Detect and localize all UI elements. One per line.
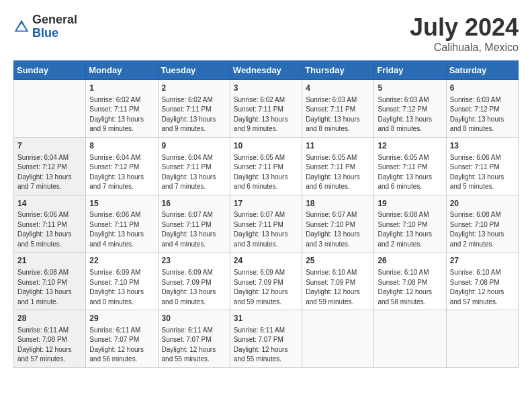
calendar-cell: 6Sunrise: 6:03 AM Sunset: 7:12 PM Daylig… xyxy=(446,80,518,138)
day-number: 28 xyxy=(17,313,82,324)
header-day-thursday: Thursday xyxy=(302,61,374,80)
calendar-cell: 15Sunrise: 6:06 AM Sunset: 7:11 PM Dayli… xyxy=(86,195,158,253)
day-number: 8 xyxy=(89,140,154,152)
day-info: Sunrise: 6:04 AM Sunset: 7:12 PM Dayligh… xyxy=(17,153,82,192)
calendar-cell: 10Sunrise: 6:05 AM Sunset: 7:11 PM Dayli… xyxy=(230,137,302,195)
day-info: Sunrise: 6:08 AM Sunset: 7:10 PM Dayligh… xyxy=(450,210,515,249)
day-info: Sunrise: 6:04 AM Sunset: 7:12 PM Dayligh… xyxy=(89,153,154,192)
header-day-tuesday: Tuesday xyxy=(158,61,230,80)
calendar-cell: 2Sunrise: 6:02 AM Sunset: 7:11 PM Daylig… xyxy=(158,80,230,138)
day-info: Sunrise: 6:10 AM Sunset: 7:09 PM Dayligh… xyxy=(306,268,370,307)
calendar-week-row: 1Sunrise: 6:02 AM Sunset: 7:11 PM Daylig… xyxy=(14,80,519,138)
day-number: 6 xyxy=(450,83,515,94)
calendar-cell: 12Sunrise: 6:05 AM Sunset: 7:11 PM Dayli… xyxy=(374,137,446,195)
calendar-cell: 22Sunrise: 6:09 AM Sunset: 7:10 PM Dayli… xyxy=(86,253,158,310)
calendar-cell: 5Sunrise: 6:03 AM Sunset: 7:12 PM Daylig… xyxy=(374,80,446,138)
day-number: 9 xyxy=(162,140,226,152)
day-info: Sunrise: 6:11 AM Sunset: 7:08 PM Dayligh… xyxy=(17,326,82,365)
calendar-cell: 29Sunrise: 6:11 AM Sunset: 7:07 PM Dayli… xyxy=(86,310,158,368)
day-info: Sunrise: 6:05 AM Sunset: 7:11 PM Dayligh… xyxy=(378,153,442,192)
calendar-cell: 18Sunrise: 6:07 AM Sunset: 7:10 PM Dayli… xyxy=(302,195,374,253)
day-number: 26 xyxy=(378,255,442,267)
day-number: 4 xyxy=(306,83,370,94)
calendar-location: Calihuala, Mexico xyxy=(410,42,519,54)
day-info: Sunrise: 6:08 AM Sunset: 7:10 PM Dayligh… xyxy=(378,210,442,249)
day-number: 22 xyxy=(89,255,154,267)
day-number: 15 xyxy=(89,198,154,210)
header-day-wednesday: Wednesday xyxy=(230,61,302,80)
day-info: Sunrise: 6:10 AM Sunset: 7:08 PM Dayligh… xyxy=(450,268,515,307)
day-info: Sunrise: 6:06 AM Sunset: 7:11 PM Dayligh… xyxy=(89,210,154,249)
calendar-cell: 17Sunrise: 6:07 AM Sunset: 7:11 PM Dayli… xyxy=(230,195,302,253)
header-day-monday: Monday xyxy=(86,61,158,80)
day-number: 5 xyxy=(378,83,442,94)
day-info: Sunrise: 6:06 AM Sunset: 7:11 PM Dayligh… xyxy=(450,153,515,192)
day-number: 2 xyxy=(162,83,226,94)
day-number: 31 xyxy=(234,313,298,324)
day-number: 30 xyxy=(162,313,226,324)
day-info: Sunrise: 6:05 AM Sunset: 7:11 PM Dayligh… xyxy=(234,153,298,192)
calendar-cell: 25Sunrise: 6:10 AM Sunset: 7:09 PM Dayli… xyxy=(302,253,374,310)
calendar-cell: 24Sunrise: 6:09 AM Sunset: 7:09 PM Dayli… xyxy=(230,253,302,310)
logo-text: General Blue xyxy=(32,13,77,40)
day-number: 29 xyxy=(89,313,154,324)
day-number: 16 xyxy=(162,198,226,210)
calendar-cell: 30Sunrise: 6:11 AM Sunset: 7:07 PM Dayli… xyxy=(158,310,230,368)
day-info: Sunrise: 6:03 AM Sunset: 7:12 PM Dayligh… xyxy=(450,95,515,134)
day-info: Sunrise: 6:11 AM Sunset: 7:07 PM Dayligh… xyxy=(162,326,226,365)
day-info: Sunrise: 6:09 AM Sunset: 7:10 PM Dayligh… xyxy=(89,268,154,307)
day-info: Sunrise: 6:04 AM Sunset: 7:11 PM Dayligh… xyxy=(162,153,226,192)
day-number: 13 xyxy=(450,140,515,152)
day-number: 12 xyxy=(378,140,442,152)
calendar-cell: 14Sunrise: 6:06 AM Sunset: 7:11 PM Dayli… xyxy=(14,195,86,253)
day-number: 21 xyxy=(17,255,82,267)
title-block: July 2024 Calihuala, Mexico xyxy=(410,13,519,54)
calendar-week-row: 21Sunrise: 6:08 AM Sunset: 7:10 PM Dayli… xyxy=(14,253,519,310)
day-number: 27 xyxy=(450,255,515,267)
calendar-cell: 27Sunrise: 6:10 AM Sunset: 7:08 PM Dayli… xyxy=(446,253,518,310)
day-info: Sunrise: 6:11 AM Sunset: 7:07 PM Dayligh… xyxy=(234,326,298,365)
calendar-week-row: 7Sunrise: 6:04 AM Sunset: 7:12 PM Daylig… xyxy=(14,137,519,195)
calendar-cell xyxy=(374,310,446,368)
calendar-cell: 20Sunrise: 6:08 AM Sunset: 7:10 PM Dayli… xyxy=(446,195,518,253)
logo: General Blue xyxy=(13,13,77,40)
day-number: 17 xyxy=(234,198,298,210)
calendar-cell: 3Sunrise: 6:02 AM Sunset: 7:11 PM Daylig… xyxy=(230,80,302,138)
day-number: 24 xyxy=(234,255,298,267)
calendar-cell xyxy=(14,80,86,138)
day-info: Sunrise: 6:07 AM Sunset: 7:11 PM Dayligh… xyxy=(234,210,298,249)
day-number: 19 xyxy=(378,198,442,210)
day-number: 7 xyxy=(17,140,82,152)
calendar-title: July 2024 xyxy=(410,13,519,42)
day-number: 10 xyxy=(234,140,298,152)
calendar-cell: 16Sunrise: 6:07 AM Sunset: 7:11 PM Dayli… xyxy=(158,195,230,253)
day-info: Sunrise: 6:08 AM Sunset: 7:10 PM Dayligh… xyxy=(17,268,82,307)
calendar-cell: 28Sunrise: 6:11 AM Sunset: 7:08 PM Dayli… xyxy=(14,310,86,368)
day-info: Sunrise: 6:10 AM Sunset: 7:08 PM Dayligh… xyxy=(378,268,442,307)
calendar-cell: 4Sunrise: 6:03 AM Sunset: 7:11 PM Daylig… xyxy=(302,80,374,138)
day-info: Sunrise: 6:02 AM Sunset: 7:11 PM Dayligh… xyxy=(89,95,154,134)
day-number: 1 xyxy=(89,83,154,94)
day-info: Sunrise: 6:11 AM Sunset: 7:07 PM Dayligh… xyxy=(89,326,154,365)
calendar-cell: 7Sunrise: 6:04 AM Sunset: 7:12 PM Daylig… xyxy=(14,137,86,195)
calendar-week-row: 28Sunrise: 6:11 AM Sunset: 7:08 PM Dayli… xyxy=(14,310,519,368)
day-number: 14 xyxy=(17,198,82,210)
calendar-cell: 26Sunrise: 6:10 AM Sunset: 7:08 PM Dayli… xyxy=(374,253,446,310)
day-number: 23 xyxy=(162,255,226,267)
header-day-saturday: Saturday xyxy=(446,61,518,80)
day-info: Sunrise: 6:07 AM Sunset: 7:10 PM Dayligh… xyxy=(306,210,370,249)
calendar-cell xyxy=(446,310,518,368)
calendar-cell xyxy=(302,310,374,368)
calendar-cell: 8Sunrise: 6:04 AM Sunset: 7:12 PM Daylig… xyxy=(86,137,158,195)
page-header: General Blue July 2024 Calihuala, Mexico xyxy=(13,13,519,54)
day-info: Sunrise: 6:03 AM Sunset: 7:12 PM Dayligh… xyxy=(378,95,442,134)
calendar-cell: 1Sunrise: 6:02 AM Sunset: 7:11 PM Daylig… xyxy=(86,80,158,138)
calendar-cell: 9Sunrise: 6:04 AM Sunset: 7:11 PM Daylig… xyxy=(158,137,230,195)
calendar-cell: 31Sunrise: 6:11 AM Sunset: 7:07 PM Dayli… xyxy=(230,310,302,368)
day-info: Sunrise: 6:09 AM Sunset: 7:09 PM Dayligh… xyxy=(162,268,226,307)
calendar-header-row: SundayMondayTuesdayWednesdayThursdayFrid… xyxy=(14,61,519,80)
calendar-cell: 19Sunrise: 6:08 AM Sunset: 7:10 PM Dayli… xyxy=(374,195,446,253)
calendar-cell: 21Sunrise: 6:08 AM Sunset: 7:10 PM Dayli… xyxy=(14,253,86,310)
day-number: 20 xyxy=(450,198,515,210)
calendar-cell: 11Sunrise: 6:05 AM Sunset: 7:11 PM Dayli… xyxy=(302,137,374,195)
